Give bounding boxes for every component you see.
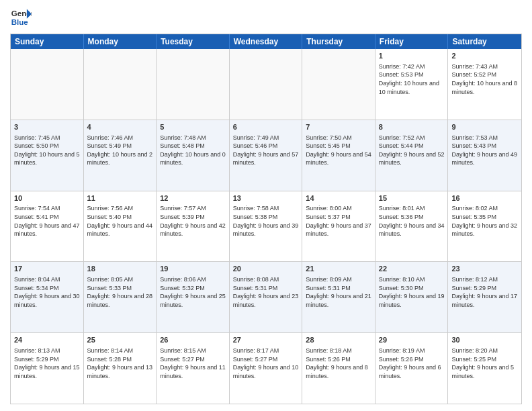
calendar-row-0: 1Sunrise: 7:42 AM Sunset: 5:53 PM Daylig…: [11, 49, 521, 120]
calendar-cell-26: 26Sunrise: 8:15 AM Sunset: 5:27 PM Dayli…: [157, 333, 230, 404]
day-number: 8: [379, 122, 445, 132]
header-day-saturday: Saturday: [448, 34, 521, 49]
day-number: 26: [160, 335, 226, 345]
header-day-friday: Friday: [375, 34, 449, 49]
cell-text: Sunrise: 7:50 AM Sunset: 5:45 PM Dayligh…: [306, 134, 371, 167]
calendar-cell-13: 13Sunrise: 7:58 AM Sunset: 5:38 PM Dayli…: [230, 191, 303, 262]
cell-text: Sunrise: 7:54 AM Sunset: 5:41 PM Dayligh…: [14, 204, 80, 238]
day-number: 9: [451, 122, 518, 132]
cell-text: Sunrise: 8:10 AM Sunset: 5:30 PM Dayligh…: [379, 275, 445, 309]
cell-text: Sunrise: 8:13 AM Sunset: 5:29 PM Dayligh…: [14, 347, 80, 380]
day-number: 7: [306, 122, 371, 132]
calendar-cell-23: 23Sunrise: 8:12 AM Sunset: 5:29 PM Dayli…: [448, 262, 521, 332]
calendar-row-1: 3Sunrise: 7:45 AM Sunset: 5:50 PM Daylig…: [11, 120, 521, 191]
calendar-cell-9: 9Sunrise: 7:53 AM Sunset: 5:43 PM Daylig…: [448, 120, 521, 191]
day-number: 23: [451, 264, 518, 274]
day-number: 27: [233, 335, 299, 345]
calendar-cell-20: 20Sunrise: 8:08 AM Sunset: 5:31 PM Dayli…: [230, 262, 303, 332]
calendar-row-3: 17Sunrise: 8:04 AM Sunset: 5:34 PM Dayli…: [11, 262, 521, 333]
day-number: 1: [379, 51, 445, 61]
calendar-cell-4: 4Sunrise: 7:46 AM Sunset: 5:49 PM Daylig…: [84, 120, 157, 191]
calendar-cell-11: 11Sunrise: 7:56 AM Sunset: 5:40 PM Dayli…: [84, 191, 157, 262]
calendar-cell-27: 27Sunrise: 8:17 AM Sunset: 5:27 PM Dayli…: [230, 333, 303, 404]
cell-text: Sunrise: 8:12 AM Sunset: 5:29 PM Dayligh…: [451, 275, 518, 309]
day-number: 19: [160, 264, 226, 274]
calendar-cell-24: 24Sunrise: 8:13 AM Sunset: 5:29 PM Dayli…: [11, 333, 84, 404]
day-number: 2: [451, 51, 518, 61]
calendar-cell-15: 15Sunrise: 8:01 AM Sunset: 5:36 PM Dayli…: [375, 191, 449, 262]
calendar-cell-6: 6Sunrise: 7:49 AM Sunset: 5:46 PM Daylig…: [230, 120, 303, 191]
calendar-cell-empty-4: [302, 49, 375, 120]
cell-text: Sunrise: 7:42 AM Sunset: 5:53 PM Dayligh…: [379, 62, 445, 96]
calendar-cell-1: 1Sunrise: 7:42 AM Sunset: 5:53 PM Daylig…: [375, 49, 449, 120]
cell-text: Sunrise: 7:53 AM Sunset: 5:43 PM Dayligh…: [451, 134, 518, 167]
header-day-sunday: Sunday: [11, 34, 84, 49]
day-number: 12: [160, 193, 226, 203]
calendar-cell-28: 28Sunrise: 8:18 AM Sunset: 5:26 PM Dayli…: [302, 333, 375, 404]
cell-text: Sunrise: 8:06 AM Sunset: 5:32 PM Dayligh…: [160, 275, 226, 309]
day-number: 30: [451, 335, 518, 345]
day-number: 20: [233, 264, 299, 274]
cell-text: Sunrise: 7:48 AM Sunset: 5:48 PM Dayligh…: [160, 134, 226, 167]
logo: General Blue: [10, 7, 32, 28]
day-number: 14: [306, 193, 371, 203]
cell-text: Sunrise: 7:45 AM Sunset: 5:50 PM Dayligh…: [14, 134, 80, 167]
calendar-cell-30: 30Sunrise: 8:20 AM Sunset: 5:25 PM Dayli…: [448, 333, 521, 404]
cell-text: Sunrise: 8:19 AM Sunset: 5:26 PM Dayligh…: [379, 347, 445, 380]
day-number: 28: [306, 335, 371, 345]
calendar: SundayMondayTuesdayWednesdayThursdayFrid…: [10, 34, 522, 404]
day-number: 18: [87, 264, 153, 274]
day-number: 5: [160, 122, 226, 132]
header-day-monday: Monday: [84, 34, 157, 49]
calendar-cell-17: 17Sunrise: 8:04 AM Sunset: 5:34 PM Dayli…: [11, 262, 84, 332]
calendar-cell-empty-2: [157, 49, 230, 120]
day-number: 22: [379, 264, 445, 274]
calendar-cell-10: 10Sunrise: 7:54 AM Sunset: 5:41 PM Dayli…: [11, 191, 84, 262]
calendar-cell-2: 2Sunrise: 7:43 AM Sunset: 5:52 PM Daylig…: [448, 49, 521, 120]
calendar-cell-14: 14Sunrise: 8:00 AM Sunset: 5:37 PM Dayli…: [302, 191, 375, 262]
day-number: 4: [87, 122, 153, 132]
cell-text: Sunrise: 8:04 AM Sunset: 5:34 PM Dayligh…: [14, 275, 80, 309]
calendar-cell-empty-1: [84, 49, 157, 120]
calendar-cell-25: 25Sunrise: 8:14 AM Sunset: 5:28 PM Dayli…: [84, 333, 157, 404]
day-number: 6: [233, 122, 299, 132]
day-number: 10: [14, 193, 80, 203]
cell-text: Sunrise: 8:00 AM Sunset: 5:37 PM Dayligh…: [306, 204, 371, 238]
calendar-cell-19: 19Sunrise: 8:06 AM Sunset: 5:32 PM Dayli…: [157, 262, 230, 332]
day-number: 15: [379, 193, 445, 203]
calendar-header: SundayMondayTuesdayWednesdayThursdayFrid…: [11, 34, 521, 49]
cell-text: Sunrise: 7:46 AM Sunset: 5:49 PM Dayligh…: [87, 134, 153, 167]
cell-text: Sunrise: 8:05 AM Sunset: 5:33 PM Dayligh…: [87, 275, 153, 309]
day-number: 21: [306, 264, 371, 274]
calendar-cell-3: 3Sunrise: 7:45 AM Sunset: 5:50 PM Daylig…: [11, 120, 84, 191]
calendar-cell-empty-3: [230, 49, 303, 120]
svg-text:Blue: Blue: [11, 18, 29, 26]
cell-text: Sunrise: 8:14 AM Sunset: 5:28 PM Dayligh…: [87, 347, 153, 380]
cell-text: Sunrise: 8:01 AM Sunset: 5:36 PM Dayligh…: [379, 204, 445, 238]
cell-text: Sunrise: 8:09 AM Sunset: 5:31 PM Dayligh…: [306, 275, 371, 309]
day-number: 29: [379, 335, 445, 345]
cell-text: Sunrise: 7:56 AM Sunset: 5:40 PM Dayligh…: [87, 204, 153, 238]
day-number: 16: [451, 193, 518, 203]
cell-text: Sunrise: 7:52 AM Sunset: 5:44 PM Dayligh…: [379, 134, 445, 167]
cell-text: Sunrise: 8:18 AM Sunset: 5:26 PM Dayligh…: [306, 347, 371, 380]
day-number: 24: [14, 335, 80, 345]
cell-text: Sunrise: 8:02 AM Sunset: 5:35 PM Dayligh…: [451, 204, 518, 238]
day-number: 25: [87, 335, 153, 345]
header-day-thursday: Thursday: [302, 34, 375, 49]
day-number: 3: [14, 122, 80, 132]
header-day-wednesday: Wednesday: [230, 34, 303, 49]
calendar-cell-29: 29Sunrise: 8:19 AM Sunset: 5:26 PM Dayli…: [375, 333, 449, 404]
calendar-row-4: 24Sunrise: 8:13 AM Sunset: 5:29 PM Dayli…: [11, 333, 521, 404]
calendar-row-2: 10Sunrise: 7:54 AM Sunset: 5:41 PM Dayli…: [11, 191, 521, 263]
calendar-cell-5: 5Sunrise: 7:48 AM Sunset: 5:48 PM Daylig…: [157, 120, 230, 191]
calendar-cell-21: 21Sunrise: 8:09 AM Sunset: 5:31 PM Dayli…: [302, 262, 375, 332]
calendar-cell-8: 8Sunrise: 7:52 AM Sunset: 5:44 PM Daylig…: [375, 120, 449, 191]
day-number: 11: [87, 193, 153, 203]
calendar-cell-16: 16Sunrise: 8:02 AM Sunset: 5:35 PM Dayli…: [448, 191, 521, 262]
calendar-cell-7: 7Sunrise: 7:50 AM Sunset: 5:45 PM Daylig…: [302, 120, 375, 191]
calendar-body: 1Sunrise: 7:42 AM Sunset: 5:53 PM Daylig…: [11, 49, 521, 404]
cell-text: Sunrise: 7:58 AM Sunset: 5:38 PM Dayligh…: [233, 204, 299, 238]
calendar-cell-empty-0: [11, 49, 84, 120]
day-number: 17: [14, 264, 80, 274]
